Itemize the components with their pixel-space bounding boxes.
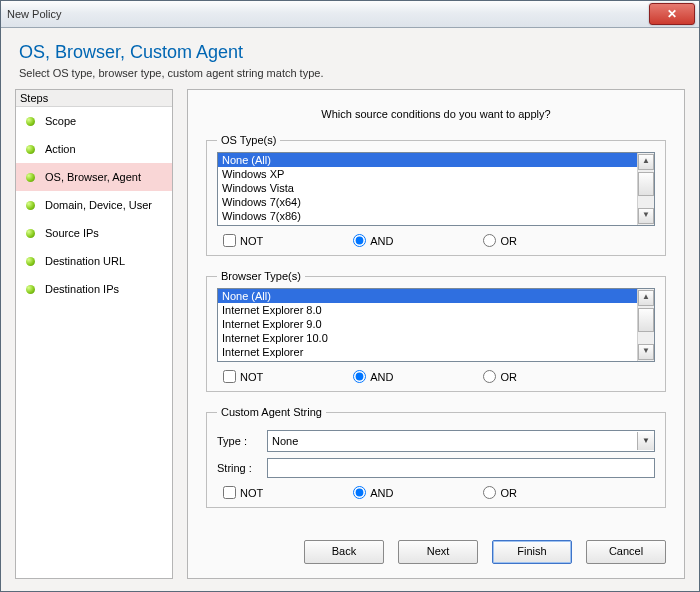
bullet-icon — [26, 201, 35, 210]
checkbox-browser-not[interactable] — [223, 370, 236, 383]
step-label: Source IPs — [45, 227, 99, 239]
step-label: Destination IPs — [45, 283, 119, 295]
list-item[interactable]: Internet Explorer 10.0 — [218, 331, 637, 345]
page-subtitle: Select OS type, browser type, custom age… — [19, 67, 681, 79]
scrollbar[interactable]: ▲ ▼ — [637, 153, 654, 225]
list-item[interactable]: Windows 7(x64) — [218, 195, 637, 209]
page-title: OS, Browser, Custom Agent — [19, 42, 681, 63]
list-item[interactable]: Internet Explorer 8.0 — [218, 303, 637, 317]
list-item[interactable]: Windows Vista — [218, 181, 637, 195]
bullet-icon — [26, 117, 35, 126]
close-icon: ✕ — [667, 7, 677, 21]
titlebar: New Policy ✕ — [1, 1, 699, 28]
radio-browser-and[interactable] — [353, 370, 366, 383]
step-label: OS, Browser, Agent — [45, 171, 141, 183]
bullet-icon — [26, 257, 35, 266]
step-label: Scope — [45, 115, 76, 127]
step-os-browser-agent[interactable]: OS, Browser, Agent — [16, 163, 172, 191]
bullet-icon — [26, 285, 35, 294]
label-string: String : — [217, 462, 267, 474]
finish-button[interactable]: Finish — [492, 540, 572, 564]
group-custom-agent: Custom Agent String Type : None ▼ String… — [206, 406, 666, 508]
step-action[interactable]: Action — [16, 135, 172, 163]
dialog-new-policy: New Policy ✕ OS, Browser, Custom Agent S… — [0, 0, 700, 592]
label-not: NOT — [240, 371, 263, 383]
combo-type-value: None — [272, 435, 298, 447]
step-destination-ips[interactable]: Destination IPs — [16, 275, 172, 303]
step-label: Destination URL — [45, 255, 125, 267]
legend-custom: Custom Agent String — [217, 406, 326, 418]
scroll-down-icon[interactable]: ▼ — [638, 344, 654, 360]
checkbox-os-not[interactable] — [223, 234, 236, 247]
input-string[interactable] — [267, 458, 655, 478]
group-os-types: OS Type(s) None (All) Windows XP Windows… — [206, 134, 666, 256]
window-title: New Policy — [7, 8, 61, 20]
body: Steps Scope Action OS, Browser, Agent Do… — [1, 89, 699, 579]
cancel-button[interactable]: Cancel — [586, 540, 666, 564]
label-and: AND — [370, 235, 393, 247]
bullet-icon — [26, 145, 35, 154]
bullet-icon — [26, 173, 35, 182]
bullet-icon — [26, 229, 35, 238]
group-browser-types: Browser Type(s) None (All) Internet Expl… — [206, 270, 666, 392]
steps-header: Steps — [16, 90, 172, 107]
combo-type[interactable]: None ▼ — [267, 430, 655, 452]
back-button[interactable]: Back — [304, 540, 384, 564]
scroll-thumb[interactable] — [638, 172, 654, 196]
label-not: NOT — [240, 235, 263, 247]
radio-custom-and[interactable] — [353, 486, 366, 499]
row-string: String : — [217, 458, 655, 478]
radio-browser-or[interactable] — [483, 370, 496, 383]
step-source-ips[interactable]: Source IPs — [16, 219, 172, 247]
close-button[interactable]: ✕ — [649, 3, 695, 25]
label-type: Type : — [217, 435, 267, 447]
step-label: Domain, Device, User — [45, 199, 152, 211]
next-button[interactable]: Next — [398, 540, 478, 564]
scroll-down-icon[interactable]: ▼ — [638, 208, 654, 224]
list-item[interactable]: Windows 7(x86) — [218, 209, 637, 223]
question-text: Which source conditions do you want to a… — [206, 108, 666, 120]
logic-row-custom: NOT AND OR — [217, 486, 655, 499]
step-scope[interactable]: Scope — [16, 107, 172, 135]
row-type: Type : None ▼ — [217, 430, 655, 452]
step-domain-device-user[interactable]: Domain, Device, User — [16, 191, 172, 219]
label-and: AND — [370, 371, 393, 383]
radio-custom-or[interactable] — [483, 486, 496, 499]
list-item[interactable]: Internet Explorer — [218, 345, 637, 359]
label-or: OR — [500, 235, 517, 247]
listbox-browser[interactable]: None (All) Internet Explorer 8.0 Interne… — [217, 288, 655, 362]
listbox-browser-items: None (All) Internet Explorer 8.0 Interne… — [218, 289, 637, 361]
label-not: NOT — [240, 487, 263, 499]
label-or: OR — [500, 487, 517, 499]
scroll-thumb[interactable] — [638, 308, 654, 332]
list-item[interactable]: None (All) — [218, 289, 637, 303]
button-row: Back Next Finish Cancel — [206, 530, 666, 564]
legend-os: OS Type(s) — [217, 134, 280, 146]
listbox-os[interactable]: None (All) Windows XP Windows Vista Wind… — [217, 152, 655, 226]
scroll-up-icon[interactable]: ▲ — [638, 154, 654, 170]
radio-os-and[interactable] — [353, 234, 366, 247]
steps-panel: Steps Scope Action OS, Browser, Agent Do… — [15, 89, 173, 579]
logic-row-os: NOT AND OR — [217, 234, 655, 247]
scroll-up-icon[interactable]: ▲ — [638, 290, 654, 306]
listbox-os-items: None (All) Windows XP Windows Vista Wind… — [218, 153, 637, 225]
header: OS, Browser, Custom Agent Select OS type… — [1, 28, 699, 89]
label-and: AND — [370, 487, 393, 499]
content-panel: Which source conditions do you want to a… — [187, 89, 685, 579]
list-item[interactable]: None (All) — [218, 153, 637, 167]
step-destination-url[interactable]: Destination URL — [16, 247, 172, 275]
logic-row-browser: NOT AND OR — [217, 370, 655, 383]
legend-browser: Browser Type(s) — [217, 270, 305, 282]
scrollbar[interactable]: ▲ ▼ — [637, 289, 654, 361]
list-item[interactable]: Internet Explorer 9.0 — [218, 317, 637, 331]
radio-os-or[interactable] — [483, 234, 496, 247]
list-item[interactable]: Windows XP — [218, 167, 637, 181]
chevron-down-icon: ▼ — [637, 432, 654, 450]
label-or: OR — [500, 371, 517, 383]
checkbox-custom-not[interactable] — [223, 486, 236, 499]
step-label: Action — [45, 143, 76, 155]
